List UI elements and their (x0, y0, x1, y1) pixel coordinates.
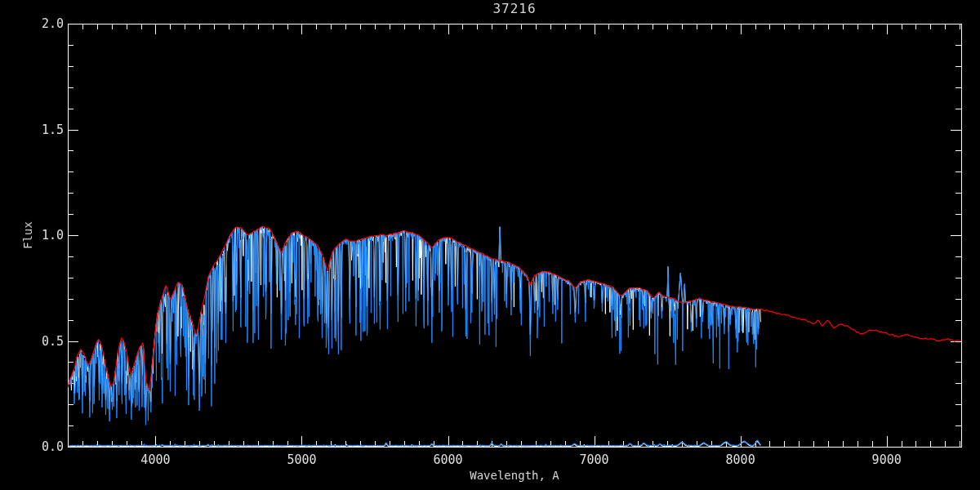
x-tick-label: 5000 (275, 453, 327, 466)
y-tick-label: 0.0 (29, 440, 64, 453)
x-tick-label: 9000 (861, 453, 913, 466)
y-tick-label: 1.5 (29, 123, 64, 136)
x-tick-label: 7000 (568, 453, 621, 466)
spectrum-plot-canvas (0, 0, 980, 490)
x-tick-label: 8000 (715, 453, 767, 466)
x-axis-label: Wavelength, A (68, 469, 961, 482)
plot-title: 37216 (68, 1, 961, 16)
y-tick-label: 1.0 (29, 229, 64, 242)
x-tick-label: 4000 (129, 453, 181, 466)
x-tick-label: 6000 (422, 453, 474, 466)
y-tick-label: 0.5 (29, 335, 64, 348)
spectrum-figure: 37216 Wavelength, A Flux 0.00.51.01.52.0… (0, 0, 980, 490)
y-tick-label: 2.0 (29, 17, 64, 30)
